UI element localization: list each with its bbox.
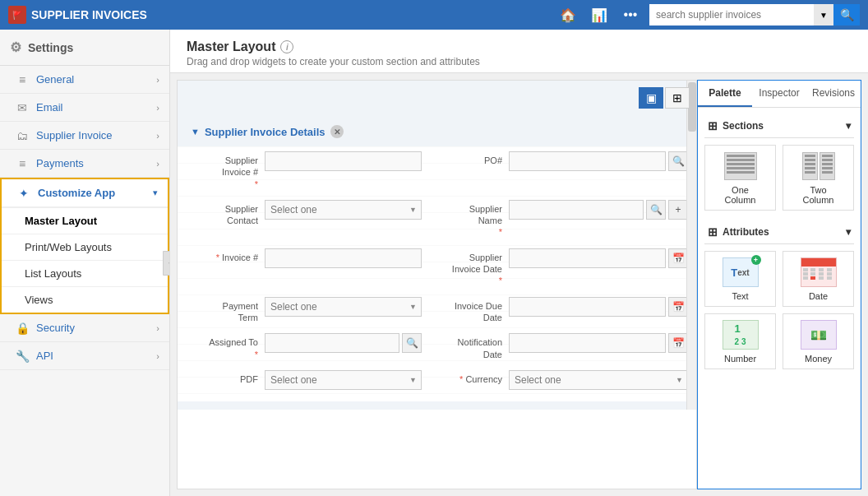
number-widget-icon: 12 3 — [723, 319, 759, 350]
currency-wrapper: Select one — [509, 370, 688, 390]
two-column-item[interactable]: TwoColumn — [783, 145, 854, 211]
sections-grid: OneColumn — [704, 145, 854, 211]
info-icon[interactable]: i — [280, 40, 293, 53]
sidebar-item-label: Supplier Invoice — [36, 129, 113, 141]
settings-header: ⚙ Settings — [0, 30, 169, 66]
palette-panel: Palette Inspector Revisions ⊞ Sections ▾ — [697, 80, 861, 489]
sidebar-item-label: API — [36, 350, 53, 362]
palette-content: ⊞ Sections ▾ — [698, 108, 861, 489]
one-column-item[interactable]: OneColumn — [704, 145, 776, 211]
sidebar-item-supplier-invoice[interactable]: 🗂 Supplier Invoice › — [0, 122, 169, 150]
top-navigation: 🚩 SUPPLIER INVOICES 🏠 📊 ••• ▼ 🔍 — [0, 0, 868, 30]
double-column-layout-btn[interactable]: ⊞ — [665, 87, 690, 109]
page-subtitle: Drag and drop widgets to create your cus… — [187, 56, 852, 67]
notification-date-cal-btn[interactable]: 📅 — [668, 333, 688, 353]
app-title: SUPPLIER INVOICES — [31, 8, 147, 21]
home-icon[interactable]: 🏠 — [556, 2, 580, 27]
sidebar-item-security[interactable]: 🔒 Security › — [0, 314, 169, 342]
sidebar-item-customize-app[interactable]: ✦ Customize App ▾ — [2, 179, 168, 206]
sidebar-collapse-btn[interactable]: ‹ — [163, 251, 170, 276]
form-field-invoice-due-date: Invoice DueDate 📅 — [428, 292, 695, 329]
page-title: Master Layout i — [187, 39, 852, 54]
search-button[interactable]: 🔍 — [833, 4, 860, 25]
customize-app-section: ✦ Customize App ▾ Master Layout Print/We… — [0, 178, 169, 314]
content-header: Master Layout i Drag and drop widgets to… — [170, 30, 868, 73]
section-collapse-btn[interactable]: ▼ — [191, 127, 200, 137]
money-attribute-item[interactable]: 💵 Money — [783, 313, 854, 369]
supplier-invoice-date-cal-btn[interactable]: 📅 — [668, 248, 688, 268]
attributes-collapse-icon[interactable]: ▾ — [846, 226, 851, 238]
sub-item-master-layout[interactable]: Master Layout — [2, 207, 168, 234]
tab-revisions[interactable]: Revisions — [806, 81, 861, 107]
tab-palette[interactable]: Palette — [698, 81, 752, 107]
sidebar-item-general[interactable]: ≡ General › — [0, 66, 169, 94]
text-plus-icon: + — [751, 255, 761, 265]
form-field-payment-term: PaymentTerm Select one — [184, 292, 428, 329]
sections-collapse-icon[interactable]: ▾ — [846, 120, 851, 132]
number-attribute-item[interactable]: 12 3 Number — [704, 313, 776, 369]
date-label: Date — [809, 291, 828, 301]
brand-flag: 🚩 — [12, 11, 22, 20]
layout-toggle: ▣ ⊞ — [639, 87, 690, 109]
vertical-scrollbar[interactable] — [686, 81, 696, 410]
sub-item-print-web-layouts[interactable]: Print/Web Layouts — [2, 234, 168, 260]
search-dropdown-button[interactable]: ▼ — [814, 4, 833, 25]
tab-inspector[interactable]: Inspector — [752, 81, 806, 107]
sections-header: ⊞ Sections ▾ — [704, 114, 854, 138]
invoice-icon: 🗂 — [15, 130, 30, 141]
text-widget-icon: T ext + — [723, 257, 759, 288]
sections-label: Sections — [723, 120, 764, 132]
currency-select[interactable]: Select one — [509, 370, 688, 390]
sidebar-item-label: Security — [36, 322, 75, 334]
pdf-select[interactable]: Select one — [265, 370, 422, 390]
assigned-to-input[interactable] — [265, 333, 399, 353]
date-attribute-item[interactable]: Date — [783, 251, 854, 307]
sub-item-views[interactable]: Views — [2, 286, 168, 313]
attributes-label: Attributes — [723, 226, 769, 238]
payments-icon: ≡ — [15, 158, 30, 169]
customize-app-label: Customize App — [38, 187, 115, 199]
chart-icon[interactable]: 📊 — [587, 2, 612, 27]
form-panel: ▣ ⊞ ▼ Supplier Invoice Details ✕ Suppli — [177, 80, 697, 489]
section-title: Supplier Invoice Details — [205, 126, 326, 138]
sidebar-item-payments[interactable]: ≡ Payments › — [0, 150, 169, 178]
search-container: ▼ 🔍 — [649, 4, 860, 25]
supplier-contact-wrapper: Select one — [265, 200, 422, 220]
text-attribute-item[interactable]: T ext + Text — [704, 251, 776, 307]
attributes-header: ⊞ Attributes ▾ — [704, 220, 854, 244]
supplier-contact-select[interactable]: Select one — [265, 200, 422, 220]
invoice-due-date-input[interactable] — [509, 297, 666, 317]
more-options-icon[interactable]: ••• — [618, 2, 643, 27]
supplier-name-add-btn[interactable]: + — [668, 200, 688, 220]
sidebar-item-api[interactable]: 🔧 API › — [0, 342, 169, 370]
supplier-name-search-btn[interactable]: 🔍 — [646, 200, 666, 220]
assigned-to-search-btn[interactable]: 🔍 — [402, 333, 422, 353]
form-field-assigned-to: Assigned To* 🔍 — [184, 328, 428, 365]
supplier-invoice-date-input[interactable] — [509, 248, 666, 268]
single-column-layout-btn[interactable]: ▣ — [639, 87, 663, 109]
customize-icon: ✦ — [16, 188, 31, 199]
section-close-btn[interactable]: ✕ — [330, 125, 344, 138]
sub-item-list-layouts[interactable]: List Layouts — [2, 260, 168, 286]
one-column-icon — [723, 151, 759, 182]
money-label: Money — [805, 354, 832, 364]
invoice-due-date-cal-btn[interactable]: 📅 — [668, 297, 688, 317]
payment-term-wrapper: Select one — [265, 297, 422, 317]
chevron-right-icon: › — [156, 75, 159, 85]
lock-icon: 🔒 — [15, 322, 30, 334]
invoice-num-input[interactable] — [265, 248, 422, 268]
sections-grid-icon: ⊞ — [708, 119, 718, 132]
notification-date-input[interactable] — [509, 333, 666, 353]
search-input[interactable] — [649, 4, 814, 25]
content-area: Master Layout i Drag and drop widgets to… — [170, 30, 868, 496]
attributes-grid-icon: ⊞ — [708, 225, 718, 239]
form-field-supplier-contact: SupplierContact Select one — [184, 195, 428, 243]
supplier-invoice-num-input[interactable] — [265, 151, 422, 171]
po-input[interactable] — [509, 151, 666, 171]
payment-term-select[interactable]: Select one — [265, 297, 422, 317]
sidebar-item-email[interactable]: ✉ Email › — [0, 94, 169, 122]
po-search-btn[interactable]: 🔍 — [668, 151, 688, 171]
one-column-label: OneColumn — [725, 185, 756, 205]
supplier-name-input[interactable] — [509, 200, 644, 220]
form-main: ▼ Supplier Invoice Details ✕ SupplierInv… — [178, 81, 696, 410]
